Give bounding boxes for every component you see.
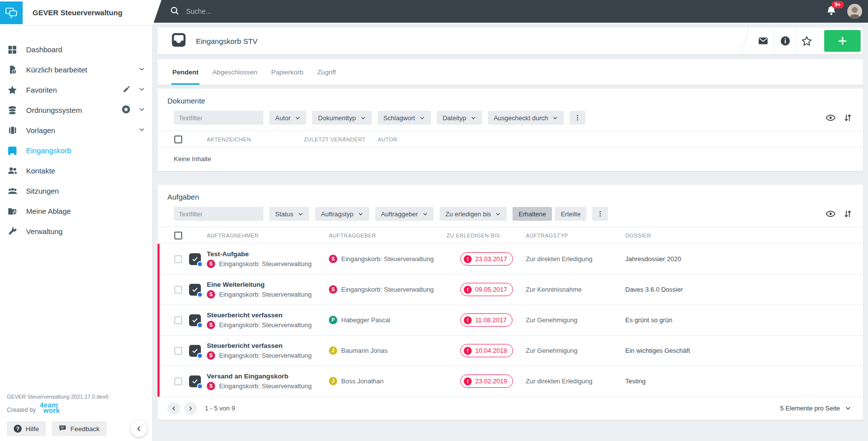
more-filters-button[interactable]: [592, 207, 608, 221]
sort-button[interactable]: [843, 209, 852, 218]
column-header[interactable]: ZULETZT VERÄNDERT: [304, 136, 378, 142]
sidebar-item-verwaltung[interactable]: Verwaltung: [0, 221, 152, 241]
column-header[interactable]: DOSSIER: [625, 233, 863, 238]
info-button[interactable]: [774, 28, 796, 54]
feedback-button[interactable]: Feedback: [52, 421, 106, 436]
row-checkbox[interactable]: [174, 316, 182, 324]
task-row[interactable]: Eine Weiterleitung S Eingangskorb: Steue…: [158, 274, 863, 305]
column-header[interactable]: AUFTRAGGEBER: [329, 233, 447, 238]
due-date-pill[interactable]: !23.03.2017: [460, 252, 513, 266]
task-row[interactable]: Steuerbericht verfassen S Eingangskorb: …: [158, 305, 863, 336]
filter-dokumenttyp[interactable]: Dokumenttyp: [312, 111, 372, 125]
task-title[interactable]: Steuerbericht verfassen: [207, 311, 329, 319]
task-title[interactable]: Versand an Eingangskorb: [207, 373, 329, 380]
task-dossier[interactable]: Jahresdossier 2020: [625, 255, 863, 263]
sidebar-item-kontakte[interactable]: Kontakte: [0, 161, 152, 181]
gever-logo-icon[interactable]: [0, 1, 23, 24]
edit-pencil-icon[interactable]: [123, 85, 130, 95]
filter-zu-erledigen-bis[interactable]: Zu erledigen bis: [440, 207, 507, 221]
column-header[interactable]: AKTENZEICHEN: [207, 136, 304, 142]
chevron-down-icon[interactable]: [138, 126, 145, 135]
email-button[interactable]: [752, 28, 774, 54]
row-checkbox[interactable]: [174, 377, 182, 385]
inbox-icon: [7, 146, 18, 156]
sidebar-item-vorlagen[interactable]: Vorlagen: [0, 120, 152, 140]
sidebar-item-sitzungen[interactable]: Sitzungen: [0, 181, 152, 201]
row-checkbox[interactable]: [174, 255, 182, 263]
global-search[interactable]: [170, 0, 393, 23]
sidebar-item-dashboard[interactable]: Dashboard: [0, 39, 152, 60]
sidebar-item-label: Vorlagen: [26, 126, 55, 135]
favorite-button[interactable]: [796, 28, 817, 54]
sidebar-collapse-button[interactable]: [130, 420, 147, 437]
chevron-left-icon: [171, 406, 177, 411]
task-row[interactable]: Steuerbericht verfassen S Eingangskorb: …: [158, 336, 863, 366]
due-date-pill[interactable]: !11.08.2017: [460, 313, 513, 327]
row-checkbox[interactable]: [174, 286, 182, 294]
tab-papierkorb[interactable]: Papierkorb: [270, 59, 304, 85]
filter-auftraggeber[interactable]: Auftraggeber: [375, 207, 434, 221]
task-dossier[interactable]: Ein wichtiges Geschäft: [625, 347, 863, 354]
filter-status[interactable]: Status: [269, 207, 309, 221]
sidebar-item-ordnungssystem[interactable]: Ordnungssystem: [0, 100, 152, 120]
filter-schlagwort[interactable]: Schlagwort: [378, 111, 431, 125]
task-title[interactable]: Eine Weiterleitung: [207, 281, 329, 288]
column-header[interactable]: AUFTRAGNEHMER: [207, 233, 329, 238]
chevron-down-icon[interactable]: [138, 66, 145, 74]
task-title[interactable]: Steuerbericht verfassen: [207, 342, 329, 349]
column-header[interactable]: AUFTRAGSTYP: [526, 233, 625, 238]
filter-ausgecheckt-durch[interactable]: Ausgecheckt durch: [488, 111, 564, 125]
due-date-pill[interactable]: !23.02.2019: [460, 374, 513, 388]
help-button[interactable]: ? Hilfe: [7, 421, 46, 436]
favorite-star-circle-icon[interactable]: [122, 105, 130, 116]
sidebar-item-eingangskorb[interactable]: Eingangskorb: [0, 140, 152, 161]
task-dossier[interactable]: Testing: [625, 377, 863, 385]
sidebar-item-label: Kürzlich bearbeitet: [26, 66, 87, 74]
column-visibility-button[interactable]: [826, 113, 836, 123]
select-all-checkbox[interactable]: [174, 136, 182, 143]
filter-autor[interactable]: Autor: [269, 111, 306, 125]
task-row[interactable]: Test-Aufgabe S Eingangskorb: Steuerverwa…: [158, 244, 863, 274]
toggle-erteilte[interactable]: Erteilte: [555, 207, 586, 221]
row-checkbox[interactable]: [174, 347, 182, 355]
prev-page-button[interactable]: [167, 402, 180, 415]
per-page-select[interactable]: 5 Elemente pro Seite: [780, 405, 853, 412]
task-type: Zur direkten Erledigung: [526, 255, 625, 263]
sidebar-item-favorites[interactable]: Favoriten: [0, 80, 152, 100]
search-input[interactable]: [186, 7, 393, 15]
task-title[interactable]: Test-Aufgabe: [207, 250, 329, 258]
sort-arrows-icon: [843, 209, 852, 218]
add-button[interactable]: [824, 30, 861, 52]
task-dossier[interactable]: Daves 3.6.0 Dossier: [625, 286, 863, 293]
app-version: GEVER Steuerverwaltung 2021.17.0.dev0: [7, 394, 147, 400]
task-type-icon: [189, 253, 201, 265]
chevron-down-icon[interactable]: [138, 106, 145, 115]
task-row[interactable]: Versand an Eingangskorb S Eingangskorb: …: [158, 366, 863, 397]
toggle-erhaltene[interactable]: Erhaltene: [513, 207, 552, 221]
notifications-button[interactable]: 9+: [826, 5, 836, 18]
sidebar-item-meine-ablage[interactable]: Meine Ablage: [0, 201, 152, 221]
next-page-button[interactable]: [184, 402, 197, 415]
due-date-pill[interactable]: !10.04.2018: [460, 344, 513, 357]
column-header[interactable]: ZU ERLEDIGEN BIS: [447, 233, 526, 238]
sort-button[interactable]: [843, 113, 852, 122]
fourteamwork-logo[interactable]: 4eam work: [40, 403, 60, 413]
documents-textfilter-input[interactable]: [174, 111, 263, 125]
select-all-checkbox[interactable]: [174, 232, 182, 239]
filter-auftragstyp[interactable]: Auftragstyp: [315, 207, 369, 221]
filter-dateityp[interactable]: Dateityp: [437, 111, 482, 125]
sidebar-item-label: Verwaltung: [26, 227, 63, 236]
tab-pendent[interactable]: Pendent: [171, 59, 199, 85]
more-filters-button[interactable]: [570, 111, 585, 125]
sidebar-item-recently-edited[interactable]: Kürzlich bearbeitet: [0, 60, 152, 80]
inbox-header-icon: [171, 33, 186, 49]
user-avatar[interactable]: [847, 4, 862, 19]
tasks-textfilter-input[interactable]: [174, 207, 263, 221]
due-date-pill[interactable]: !09.05.2017: [460, 283, 513, 296]
tab-zugriff[interactable]: Zugriff: [316, 59, 337, 85]
column-header[interactable]: AUTOR: [378, 136, 863, 142]
tab-abgeschlossen[interactable]: Abgeschlossen: [211, 59, 258, 85]
column-visibility-button[interactable]: [826, 209, 836, 219]
task-dossier[interactable]: Es grünt so grün: [625, 316, 863, 324]
chevron-down-icon[interactable]: [138, 86, 145, 95]
